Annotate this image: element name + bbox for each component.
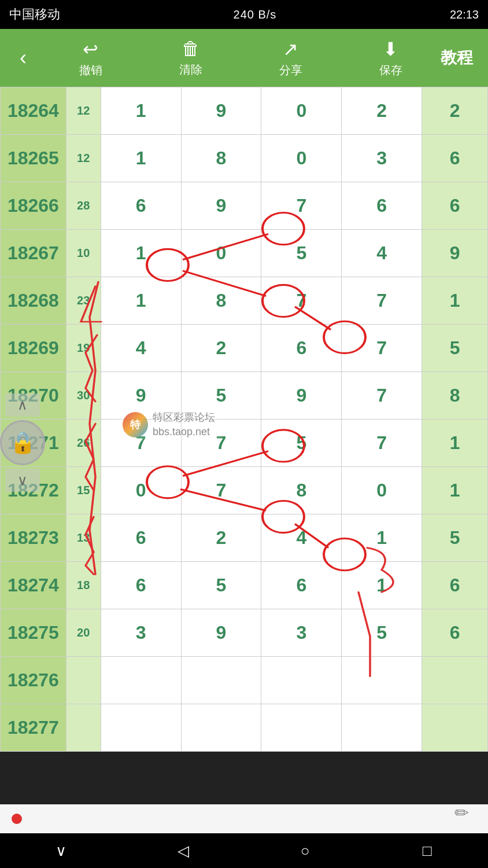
table-row: 182703095978 [1,372,488,420]
cell-col-d3: 7 [261,182,342,230]
cell-col-d4: 2 [342,87,422,135]
cell-col-small: 10 [66,230,101,277]
cell-col-d4: 7 [342,420,422,467]
cell-col-d4: 7 [342,277,422,325]
table-row: 182671010549 [1,230,488,277]
cell-col-rownum: 18266 [1,182,66,230]
cell-col-last: 6 [422,562,488,609]
back-button[interactable]: ‹ [6,46,40,70]
table-row: 182721507801 [1,467,488,514]
nav-bar: ∨ ◁ ○ □ [0,833,488,868]
undo-icon: ↩ [83,38,98,60]
cell-col-rownum: 18277 [1,704,66,752]
cell-col-last: 6 [422,182,488,230]
cell-col-d2: 9 [181,87,261,135]
cell-col-d1 [101,657,181,704]
cell-col-d1: 1 [101,87,181,135]
table-row: 182752039356 [1,609,488,657]
cell-col-rownum: 18269 [1,325,66,372]
cell-col-d2 [181,657,261,704]
table-row: 182731362415 [1,514,488,562]
cell-col-small [66,704,101,752]
cell-col-d1: 6 [101,562,181,609]
cell-col-d3 [261,657,342,704]
grid-table: 1826412190221826512180361826628697661826… [0,87,488,752]
data-table-area: 1826412190221826512180361826628697661826… [0,87,488,752]
table-row: 182741865616 [1,562,488,609]
nav-recents-button[interactable]: □ [410,842,445,860]
cell-col-last: 1 [422,277,488,325]
cell-col-d4 [342,657,422,704]
clear-label: 清除 [179,62,202,78]
cell-col-last: 5 [422,514,488,562]
cell-col-small: 12 [66,135,101,182]
pen-button[interactable]: ✏ [446,797,476,827]
cell-col-small: 19 [66,325,101,372]
scroll-down-button[interactable]: ∨ [5,469,40,492]
nav-down-button[interactable]: ∨ [44,842,79,860]
status-bar: 中国移动 240 B/s 22:13 [0,0,488,29]
undo-button[interactable]: ↩ 撤销 [79,38,102,78]
scroll-up-button[interactable]: ∧ [5,393,40,417]
cell-col-d1: 3 [101,609,181,657]
cell-col-d2: 7 [181,420,261,467]
cell-col-last: 6 [422,135,488,182]
cell-col-d4: 7 [342,325,422,372]
cell-col-d2: 0 [181,230,261,277]
cell-col-d3: 8 [261,467,342,514]
cell-col-d1: 1 [101,230,181,277]
cell-col-rownum: 18264 [1,87,66,135]
cell-col-d3: 4 [261,514,342,562]
clear-button[interactable]: 🗑 清除 [179,38,202,78]
table-row: 182712677571 [1,420,488,467]
cell-col-d1: 4 [101,325,181,372]
cell-col-d1: 9 [101,372,181,420]
cell-col-d4: 5 [342,609,422,657]
cell-col-small: 30 [66,372,101,420]
cell-col-d4: 1 [342,514,422,562]
cell-col-d4 [342,704,422,752]
left-panel: ∧ 🔒 ∨ [0,393,45,492]
lock-button[interactable]: 🔒 [0,420,45,465]
cell-col-last [422,704,488,752]
carrier-label: 中国移动 [9,6,60,23]
cell-col-d2: 9 [181,182,261,230]
cell-col-d3: 5 [261,230,342,277]
cell-col-d4: 1 [342,562,422,609]
cell-col-d2: 5 [181,562,261,609]
table-row: 18277 [1,704,488,752]
table-row: 18276 [1,657,488,704]
cell-col-small [66,657,101,704]
cell-col-last: 2 [422,87,488,135]
nav-home-button[interactable]: ○ [288,842,323,860]
cell-col-d3: 6 [261,562,342,609]
cell-col-small: 13 [66,514,101,562]
cell-col-small: 23 [66,277,101,325]
table-row: 182651218036 [1,135,488,182]
cell-col-d1: 1 [101,277,181,325]
toolbar-actions: ↩ 撤销 🗑 清除 ↗ 分享 ⬇ 保存 [40,38,441,78]
table-row: 182641219022 [1,87,488,135]
cell-col-d3: 5 [261,420,342,467]
cell-col-small: 20 [66,609,101,657]
save-icon: ⬇ [383,38,398,60]
cell-col-last: 6 [422,609,488,657]
cell-col-last: 5 [422,325,488,372]
cell-col-d2: 8 [181,135,261,182]
nav-back-button[interactable]: ◁ [166,842,201,860]
cell-col-d1: 6 [101,514,181,562]
table-row: 182662869766 [1,182,488,230]
cell-col-small: 28 [66,182,101,230]
cell-col-rownum: 18267 [1,230,66,277]
toolbar: ‹ ↩ 撤销 🗑 清除 ↗ 分享 ⬇ 保存 教程 [0,29,488,87]
save-button[interactable]: ⬇ 保存 [379,38,402,78]
cell-col-d3: 6 [261,325,342,372]
cell-col-small: 18 [66,562,101,609]
cell-col-d3: 0 [261,135,342,182]
cell-col-rownum: 18273 [1,514,66,562]
cell-col-d4: 4 [342,230,422,277]
tutorial-button[interactable]: 教程 [441,47,482,69]
cell-col-d2: 2 [181,325,261,372]
share-button[interactable]: ↗ 分享 [279,38,302,78]
color-dot-red[interactable] [12,814,22,824]
